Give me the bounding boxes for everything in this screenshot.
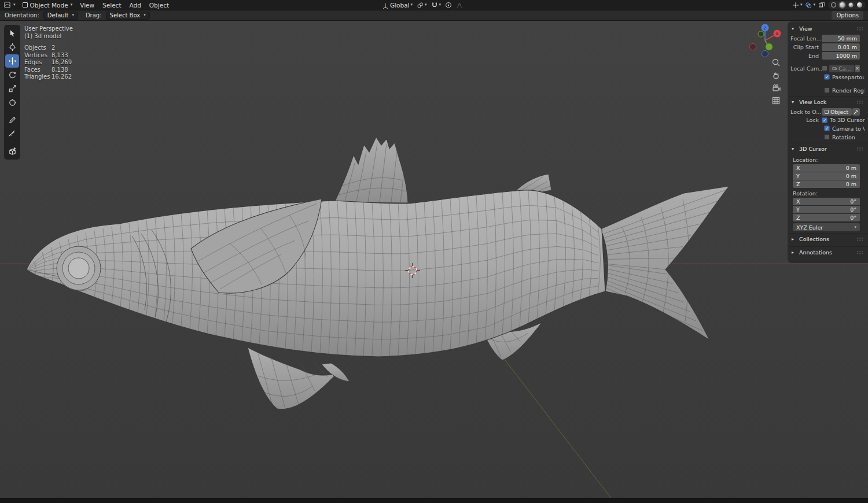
editor-type-button[interactable]: ▾ <box>0 0 19 10</box>
cursor-location-y[interactable]: Y0 m <box>793 172 860 180</box>
passepartout-checkbox[interactable] <box>824 74 830 80</box>
gizmo-y-neg[interactable] <box>758 31 764 37</box>
eyedropper-icon[interactable] <box>852 108 860 116</box>
tool-rotate[interactable] <box>5 68 19 82</box>
xray-toggle[interactable] <box>818 2 825 9</box>
clip-start-row: Clip Start 0.01 m <box>790 43 860 51</box>
object-mode-icon <box>23 2 28 8</box>
focal-length-field[interactable]: 50 mm <box>822 35 860 42</box>
cursor-rotation-z[interactable]: Z0° <box>793 214 860 221</box>
orientation-value: Global <box>390 2 410 9</box>
chevron-down-icon: ▾ <box>425 3 427 7</box>
clip-start-field[interactable]: 0.01 m <box>822 43 860 51</box>
cursor-crosshair-icon <box>8 43 17 51</box>
zoom-icon[interactable] <box>771 58 781 67</box>
toolbar <box>4 25 20 160</box>
chevron-expanded-icon: ▾ <box>792 146 797 151</box>
viewport-editor-icon <box>3 1 11 9</box>
shading-solid-button[interactable] <box>838 1 846 9</box>
to-3d-cursor-checkbox[interactable] <box>822 117 827 123</box>
camera-view-icon[interactable] <box>771 83 781 93</box>
tool-move[interactable] <box>5 54 19 68</box>
render-region-checkbox[interactable] <box>824 87 830 93</box>
panel-grip-handle[interactable] <box>856 147 865 151</box>
options-button[interactable]: Options <box>832 11 863 20</box>
snap-magnet-toggle[interactable]: ▾ <box>431 2 442 9</box>
panel-grip-handle[interactable] <box>856 100 865 104</box>
drag-label: Drag: <box>86 12 102 19</box>
tool-transform[interactable] <box>5 96 19 109</box>
local-camera-field[interactable]: Ca... <box>829 65 854 72</box>
shading-material-button[interactable] <box>847 1 855 9</box>
panel-header-collections[interactable]: ▸ Collections <box>788 234 868 245</box>
menu-add[interactable]: Add <box>126 0 145 10</box>
menu-view[interactable]: View <box>76 0 98 10</box>
shading-wireframe-button[interactable] <box>830 1 837 9</box>
cursor-location-x[interactable]: X0 m <box>793 164 860 172</box>
rotate-icon <box>8 71 17 79</box>
pan-hand-icon[interactable] <box>771 71 781 80</box>
panel-title: Collections <box>799 236 829 242</box>
menu-select[interactable]: Select <box>98 0 125 10</box>
panel-header-view-lock[interactable]: ▾ View Lock <box>788 97 868 108</box>
pencil-icon <box>8 116 17 124</box>
stat-row: Triangles16,262 <box>24 73 73 80</box>
tool-measure[interactable] <box>5 127 19 140</box>
fish-mesh-object[interactable] <box>27 137 729 409</box>
chevron-expanded-icon: ▾ <box>792 99 797 105</box>
solid-sphere-icon <box>840 2 845 8</box>
transform-orientation-dropdown[interactable]: Global ▾ <box>382 2 413 9</box>
proportional-falloff-dropdown[interactable] <box>456 2 463 9</box>
ortho-grid-icon[interactable] <box>771 96 781 105</box>
drag-select-value: Select Box <box>110 12 141 19</box>
tool-add-cube[interactable] <box>5 145 19 158</box>
lock-row: Lock To 3D Cursor <box>790 116 860 124</box>
gizmo-z-neg[interactable] <box>762 51 768 57</box>
clear-icon[interactable]: × <box>855 65 860 72</box>
panel-header-annotations[interactable]: ▸ Annotations <box>788 247 868 258</box>
show-gizmos-dropdown[interactable]: ▾ <box>792 2 803 9</box>
proportional-edit-toggle[interactable] <box>445 2 452 9</box>
chevron-down-icon: ▾ <box>13 3 16 7</box>
panel-grip-handle[interactable] <box>856 250 865 254</box>
mode-dropdown[interactable]: Object Mode ▾ <box>19 0 76 10</box>
gizmo-x-neg[interactable] <box>750 44 756 50</box>
stat-row: Faces8,138 <box>24 66 73 73</box>
drag-select[interactable]: Select Box ▾ <box>106 12 150 20</box>
chevron-down-icon: ▾ <box>411 3 413 7</box>
panel-title: 3D Cursor <box>799 146 827 152</box>
cursor-location-z[interactable]: Z0 m <box>793 180 860 188</box>
gizmo-x-label: X <box>776 32 779 36</box>
panel-header-view[interactable]: ▾ View <box>788 23 868 34</box>
snap-pair-dropdown[interactable]: ▾ <box>417 2 427 9</box>
gizmo-z-label: Z <box>764 26 767 31</box>
tool-cursor[interactable] <box>5 40 19 54</box>
tool-select-box[interactable] <box>5 27 19 40</box>
cursor-rotation-y[interactable]: Y0° <box>793 206 860 213</box>
panel-header-3d-cursor[interactable]: ▾ 3D Cursor <box>788 143 868 154</box>
viewport-3d[interactable]: User Perspective (1) 3d model Objects2 V… <box>0 21 868 498</box>
local-camera-checkbox[interactable] <box>822 65 827 71</box>
lock-object-field[interactable]: Object <box>822 108 852 116</box>
tool-scale[interactable] <box>5 82 19 95</box>
menu-object[interactable]: Object <box>145 0 173 10</box>
location-label: Location: <box>793 157 868 163</box>
gizmo-y-axis[interactable] <box>766 43 773 50</box>
shading-mode-group <box>828 1 865 9</box>
camera-to-view-checkbox[interactable] <box>824 125 830 131</box>
camera-small-icon <box>832 66 837 71</box>
euler-mode-dropdown[interactable]: XYZ Euler ▾ <box>793 223 860 231</box>
lock-rotation-checkbox[interactable] <box>824 134 830 140</box>
cursor-rotation-x[interactable]: X0° <box>793 198 860 205</box>
overlays-dropdown[interactable]: ▾ <box>805 2 815 9</box>
tool-annotate[interactable] <box>5 113 19 127</box>
navigation-gizmo[interactable]: Z X <box>746 21 784 60</box>
chevron-down-icon: ▾ <box>854 225 856 230</box>
mode-label: Object Mode <box>30 2 68 9</box>
orientation-select[interactable]: Default ▾ <box>43 12 78 20</box>
panel-grip-handle[interactable] <box>856 237 865 241</box>
gizmo-icon <box>792 2 799 9</box>
shading-rendered-button[interactable] <box>856 1 863 9</box>
clip-end-field[interactable]: 1000 m <box>822 52 860 60</box>
panel-grip-handle[interactable] <box>856 27 865 31</box>
